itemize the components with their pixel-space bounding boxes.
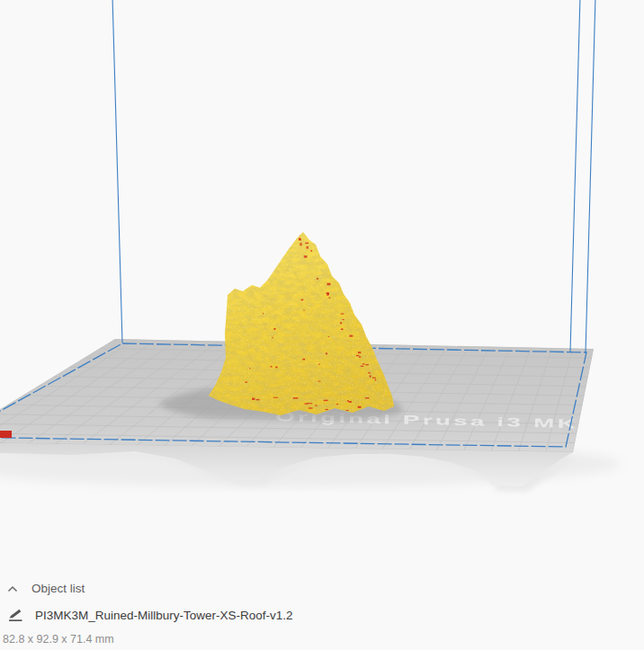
- object-name: PI3MK3M_Ruined-Millbury-Tower-XS-Roof-v1…: [35, 609, 293, 622]
- object-list-item[interactable]: PI3MK3M_Ruined-Millbury-Tower-XS-Roof-v1…: [7, 608, 293, 623]
- model-dimensions: 82.8 x 92.9 x 71.4 mm: [3, 633, 114, 646]
- chevron-up-icon[interactable]: [7, 585, 18, 592]
- object-list-toggle[interactable]: Object list: [7, 582, 85, 595]
- cura-viewport-region: Original Prusa i3 MK3: [0, 0, 644, 650]
- build-volume-edges: [112, 0, 595, 353]
- origin-marker: [0, 431, 12, 438]
- object-list-title: Object list: [31, 582, 85, 595]
- viewport-3d[interactable]: Original Prusa i3 MK3: [0, 0, 644, 650]
- pencil-icon: [7, 608, 23, 623]
- model-mesh[interactable]: [202, 227, 400, 421]
